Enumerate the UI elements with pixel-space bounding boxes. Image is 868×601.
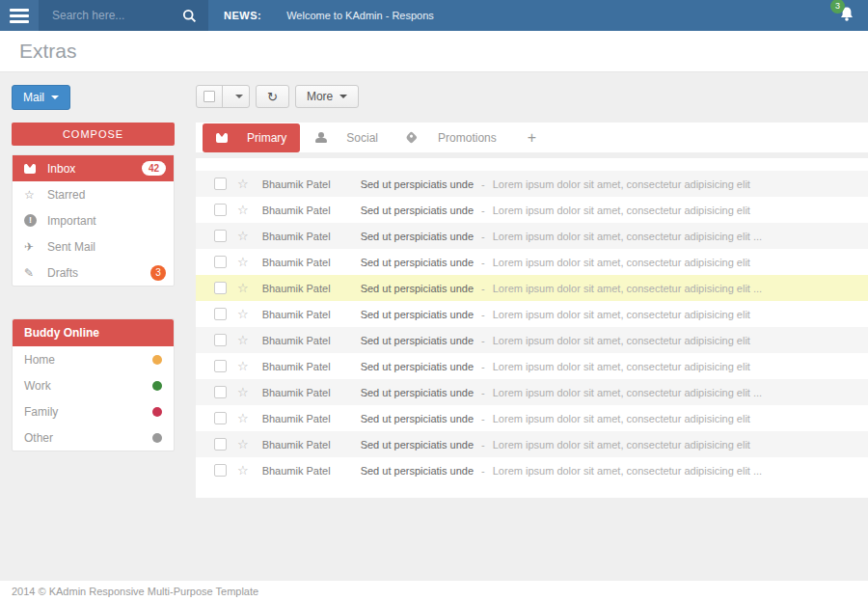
mail-sender: Bhaumik Patel	[262, 361, 347, 372]
tab-primary[interactable]: Primary	[203, 123, 300, 152]
mail-row[interactable]: ☆Bhaumik PatelSed ut perspiciatis unde-L…	[196, 223, 868, 249]
folder-item-sent-mail[interactable]: ✈Sent Mail	[13, 233, 174, 260]
tab-label: Primary	[247, 131, 286, 145]
row-checkbox[interactable]	[214, 282, 227, 294]
mail-row[interactable]: ☆Bhaumik PatelSed ut perspiciatis unde-L…	[196, 353, 868, 379]
mail-subject: Sed ut perspiciatis unde	[361, 231, 474, 242]
mail-row[interactable]: ☆Bhaumik PatelSed ut perspiciatis unde-L…	[196, 379, 868, 405]
mail-row[interactable]: ☆Bhaumik PatelSed ut perspiciatis unde-L…	[196, 275, 868, 301]
user-icon	[315, 132, 327, 143]
mail-snippet: Lorem ipsum dolor sit amet, consectetur …	[493, 413, 750, 424]
buddy-label: Work	[24, 379, 51, 393]
more-button[interactable]: More	[295, 85, 359, 108]
chevron-down-icon	[235, 95, 243, 98]
select-all-split-button[interactable]	[196, 85, 250, 108]
mail-sender: Bhaumik Patel	[262, 178, 347, 190]
folder-item-inbox[interactable]: Inbox42	[13, 155, 174, 181]
row-star-icon[interactable]: ☆	[237, 464, 249, 477]
mail-row[interactable]: ☆Bhaumik PatelSed ut perspiciatis unde-L…	[196, 301, 868, 327]
compose-button[interactable]: COMPOSE	[12, 123, 175, 146]
row-star-icon[interactable]: ☆	[237, 230, 249, 242]
mail-sender: Bhaumik Patel	[262, 283, 347, 294]
row-checkbox[interactable]	[214, 256, 227, 268]
tab-promotions[interactable]: Promotions	[393, 123, 510, 152]
row-star-icon[interactable]: ☆	[237, 204, 249, 216]
search-button[interactable]	[180, 7, 199, 25]
edit-icon: ✎	[24, 266, 34, 280]
top-navbar: NEWS: Welcome to KAdmin - Respons 3	[0, 0, 868, 31]
mail-sender: Bhaumik Patel	[262, 205, 347, 216]
row-star-icon[interactable]: ☆	[237, 334, 249, 346]
buddy-label: Other	[24, 431, 53, 445]
folder-item-drafts[interactable]: ✎Drafts3	[13, 260, 174, 286]
row-star-icon[interactable]: ☆	[237, 438, 249, 451]
mail-snippet: Lorem ipsum dolor sit amet, consectetur …	[493, 335, 750, 346]
tab-add[interactable]: +	[512, 123, 552, 152]
mail-row[interactable]: ☆Bhaumik PatelSed ut perspiciatis unde-L…	[196, 327, 868, 353]
mail-subject: Sed ut perspiciatis unde	[361, 465, 474, 477]
row-checkbox[interactable]	[214, 334, 227, 346]
folder-list: Inbox42☆Starred!Important✈Sent Mail✎Draf…	[12, 154, 175, 287]
refresh-button[interactable]: ↻	[256, 85, 289, 108]
folder-item-important[interactable]: !Important	[13, 207, 174, 233]
mail-subject: Sed ut perspiciatis unde	[361, 257, 474, 268]
row-checkbox[interactable]	[214, 308, 227, 320]
mail-row[interactable]: ☆Bhaumik PatelSed ut perspiciatis unde-L…	[196, 249, 868, 275]
mail-dropdown-button[interactable]: Mail	[12, 85, 70, 110]
mail-row[interactable]: ☆Bhaumik PatelSed ut perspiciatis unde-L…	[196, 457, 868, 483]
row-star-icon[interactable]: ☆	[237, 178, 249, 190]
mail-row[interactable]: ☆Bhaumik PatelSed ut perspiciatis unde-L…	[196, 171, 868, 197]
row-star-icon[interactable]: ☆	[237, 282, 249, 294]
row-star-icon[interactable]: ☆	[237, 360, 249, 372]
news-text: Welcome to KAdmin - Respons	[286, 10, 434, 21]
buddy-item-family[interactable]: Family	[13, 398, 174, 424]
select-all-checkbox[interactable]	[197, 86, 223, 107]
mail-snippet: Lorem ipsum dolor sit amet, consectetur …	[493, 465, 762, 477]
row-star-icon[interactable]: ☆	[237, 308, 249, 320]
row-star-icon[interactable]: ☆	[237, 386, 249, 398]
tab-social[interactable]: Social	[302, 123, 392, 152]
buddy-item-work[interactable]: Work	[13, 372, 174, 398]
row-checkbox[interactable]	[214, 178, 227, 190]
folder-label: Starred	[47, 188, 85, 202]
row-checkbox[interactable]	[214, 438, 227, 451]
row-checkbox[interactable]	[214, 204, 227, 216]
mail-row[interactable]: ☆Bhaumik PatelSed ut perspiciatis unde-L…	[196, 431, 868, 457]
chevron-down-icon	[339, 95, 347, 98]
mail-row[interactable]: ☆Bhaumik PatelSed ut perspiciatis unde-L…	[196, 197, 868, 223]
mail-snippet: Lorem ipsum dolor sit amet, consectetur …	[493, 361, 750, 372]
folder-item-starred[interactable]: ☆Starred	[13, 181, 174, 207]
row-checkbox[interactable]	[214, 230, 227, 242]
row-star-icon[interactable]: ☆	[237, 256, 249, 268]
row-checkbox[interactable]	[214, 386, 227, 398]
mail-tabs: PrimarySocialPromotions+	[196, 123, 868, 152]
buddy-label: Home	[24, 353, 55, 367]
folder-label: Sent Mail	[47, 240, 95, 254]
status-dot	[152, 355, 162, 365]
mail-subject: Sed ut perspiciatis unde	[361, 439, 474, 451]
content-area: Mail COMPOSE Inbox42☆Starred!Important✈S…	[0, 72, 868, 498]
mail-row[interactable]: ☆Bhaumik PatelSed ut perspiciatis unde-L…	[196, 405, 868, 431]
status-dot	[152, 381, 162, 391]
buddy-item-other[interactable]: Other	[13, 424, 174, 451]
news-label: NEWS:	[224, 10, 261, 21]
row-star-icon[interactable]: ☆	[237, 412, 249, 424]
select-dropdown-toggle[interactable]	[230, 86, 249, 107]
notifications-button[interactable]: 3	[839, 6, 854, 26]
row-checkbox[interactable]	[214, 412, 227, 424]
mail-separator: -	[481, 283, 485, 294]
star-icon: ☆	[24, 188, 35, 202]
mail-subject: Sed ut perspiciatis unde	[361, 413, 474, 424]
mail-toolbar: ↻ More	[196, 85, 868, 108]
folder-label: Drafts	[47, 266, 78, 280]
folder-badge: 3	[150, 265, 166, 281]
mail-separator: -	[481, 231, 485, 242]
search-input[interactable]	[52, 9, 180, 22]
row-checkbox[interactable]	[214, 464, 227, 477]
mail-subject: Sed ut perspiciatis unde	[361, 205, 474, 216]
row-checkbox[interactable]	[214, 360, 227, 372]
mail-sender: Bhaumik Patel	[262, 413, 347, 424]
menu-toggle-button[interactable]	[0, 0, 39, 31]
buddy-item-home[interactable]: Home	[13, 346, 174, 372]
mail-snippet: Lorem ipsum dolor sit amet, consectetur …	[493, 439, 750, 451]
